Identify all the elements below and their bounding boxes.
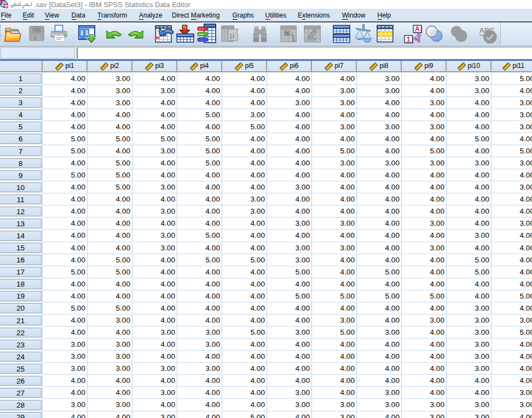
svg-text:A: A	[415, 25, 420, 33]
svg-text:μ: μ	[230, 30, 235, 39]
svg-text:1: 1	[407, 36, 410, 43]
